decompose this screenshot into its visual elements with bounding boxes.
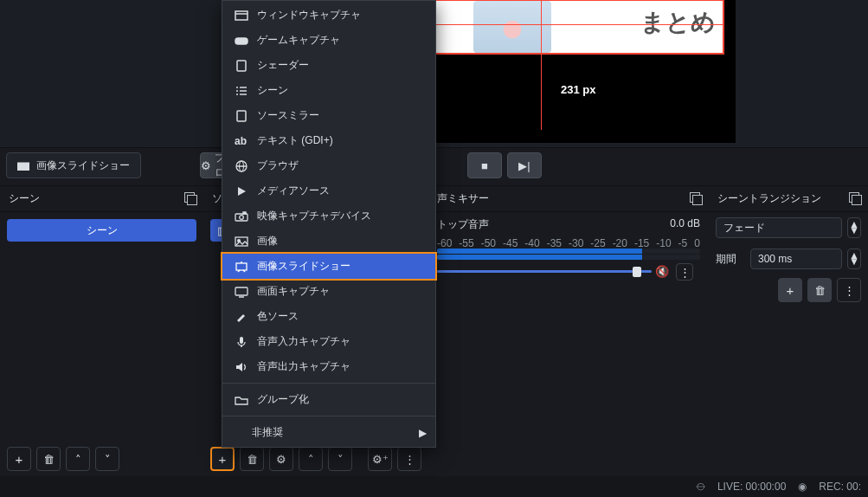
dock-icon[interactable] xyxy=(690,192,702,204)
crosshair-vertical xyxy=(541,0,542,130)
menu-item-label: 映像キャプチャデバイス xyxy=(257,209,371,223)
gear-icon: ⚙ xyxy=(201,160,211,171)
menu-item-slides[interactable]: 画像スライドショー xyxy=(222,254,435,279)
tick: -5 xyxy=(678,237,688,248)
menu-item-label: 音声出力キャプチャ xyxy=(257,359,350,374)
menu-separator xyxy=(222,383,435,384)
scene-item-label: シーン xyxy=(87,223,118,238)
transitions-header[interactable]: シーントランジション xyxy=(709,186,868,212)
source-menu-button[interactable]: ⋮ xyxy=(397,447,421,471)
volume-slider-thumb[interactable] xyxy=(633,267,641,277)
menu-item-image[interactable]: 画像 xyxy=(222,229,435,254)
svg-marker-15 xyxy=(238,187,246,196)
menu-item-monitor[interactable]: 画面キャプチャ xyxy=(222,279,435,304)
plus-icon: + xyxy=(16,453,23,466)
volume-slider[interactable] xyxy=(437,270,652,273)
plus-icon: + xyxy=(787,284,794,297)
add-source-button[interactable]: + xyxy=(210,447,235,471)
scenes-panel: シーン シーン + 🗑 ˄ ˅ xyxy=(0,185,203,476)
transition-duration-field[interactable]: 300 ms xyxy=(750,248,842,269)
source-properties-button[interactable]: ⚙ xyxy=(269,447,293,471)
audio-track-db: 0.0 dB xyxy=(670,217,700,229)
selected-source-chip[interactable]: 画像スライドショー xyxy=(6,152,141,178)
add-scene-button[interactable]: + xyxy=(7,447,31,471)
status-bar: ⦵ LIVE: 00:00:00 ◉ REC: 00: xyxy=(0,476,868,497)
delete-scene-button[interactable]: 🗑 xyxy=(36,447,61,471)
menu-item-label: ゲームキャプチャ xyxy=(257,33,340,48)
transition-delete-button[interactable]: 🗑 xyxy=(807,278,832,302)
dock-icon[interactable] xyxy=(184,192,196,204)
menu-item-globe[interactable]: ブラウザ xyxy=(222,153,435,178)
gamepad-icon xyxy=(235,35,248,47)
kebab-icon: ⋮ xyxy=(404,454,415,465)
menu-item-list[interactable]: シーン xyxy=(222,78,435,103)
image-icon xyxy=(235,236,248,248)
menu-item-doc[interactable]: シェーダー xyxy=(222,53,435,78)
mic-icon xyxy=(235,336,248,348)
menu-item-label: ウィンドウキャプチャ xyxy=(257,8,361,23)
status-rec: REC: 00: xyxy=(819,481,861,493)
window-icon xyxy=(235,10,248,22)
audio-track-menu[interactable]: ⋮ xyxy=(676,263,693,281)
gear-icon: ⚙ xyxy=(276,454,286,465)
menu-item-ab[interactable]: abテキスト (GDI+) xyxy=(222,128,435,153)
stop-button[interactable]: ■ xyxy=(467,152,502,178)
source-up-button[interactable]: ˄ xyxy=(299,447,323,471)
audio-mixer-header[interactable]: 声ミキサー xyxy=(428,186,709,212)
transition-mode-spinner[interactable]: ▲▼ xyxy=(847,217,861,238)
scenes-panel-header[interactable]: シーン xyxy=(0,186,203,212)
scene-list-item[interactable]: シーン xyxy=(7,219,196,242)
transition-duration-spinner[interactable]: ▲▼ xyxy=(847,248,861,269)
rec-icon: ◉ xyxy=(798,481,807,493)
menu-item-label: 画像 xyxy=(257,234,278,248)
menu-item-gamepad[interactable]: ゲームキャプチャ xyxy=(222,28,435,53)
menu-item-deprecated[interactable]: 非推奨▶ xyxy=(222,420,435,445)
speaker-icon xyxy=(235,361,248,373)
mute-icon[interactable]: 🔇 xyxy=(655,265,669,278)
preview-selected-source[interactable]: まとめ xyxy=(433,0,723,54)
folder-icon xyxy=(235,394,248,406)
transition-menu-button[interactable]: ⋮ xyxy=(837,278,861,302)
plus-icon: + xyxy=(219,453,227,466)
menu-item-speaker[interactable]: 音声出力キャプチャ xyxy=(222,354,435,379)
svg-rect-27 xyxy=(240,337,243,344)
scenes-panel-footer: + 🗑 ˄ ˅ xyxy=(0,442,203,476)
audio-db-ruler: -60 -55 -50 -45 -40 -35 -30 -25 -20 -15 … xyxy=(437,237,700,248)
scene-down-button[interactable]: ˅ xyxy=(95,447,119,471)
svg-rect-21 xyxy=(236,263,247,270)
menu-item-group[interactable]: グループ化 xyxy=(222,387,435,412)
menu-item-brush[interactable]: 色ソース xyxy=(222,304,435,329)
svg-rect-18 xyxy=(243,212,246,214)
stop-icon: ■ xyxy=(481,160,488,171)
menu-item-camera[interactable]: 映像キャプチャデバイス xyxy=(222,203,435,229)
source-down-button[interactable]: ˅ xyxy=(328,447,352,471)
globe-icon xyxy=(235,160,248,172)
tick: -45 xyxy=(503,237,518,248)
menu-item-label: 画像スライドショー xyxy=(257,259,350,274)
svg-rect-10 xyxy=(237,111,246,121)
delete-source-button[interactable]: 🗑 xyxy=(240,447,264,471)
add-source-context-menu[interactable]: ウィンドウキャプチャゲームキャプチャシェーダーシーンソースミラーabテキスト (… xyxy=(222,0,436,448)
chevron-down-icon: ˅ xyxy=(105,454,111,465)
preview-thumbnail-text: まとめ xyxy=(640,6,716,39)
menu-item-label: 色ソース xyxy=(257,309,299,324)
menu-item-label: シーン xyxy=(257,83,288,98)
scenes-panel-title: シーン xyxy=(9,191,40,206)
slides-icon xyxy=(235,261,248,273)
monitor-icon xyxy=(235,286,248,298)
chevron-up-icon: ˄ xyxy=(308,454,314,465)
menu-item-label: メディアソース xyxy=(257,184,330,198)
scene-up-button[interactable]: ˄ xyxy=(66,447,90,471)
menu-item-mic[interactable]: 音声入力キャプチャ xyxy=(222,329,435,354)
menu-item-play[interactable]: メディアソース xyxy=(222,178,435,203)
slides-icon xyxy=(17,160,29,171)
transition-mode-select[interactable]: フェード xyxy=(716,217,842,238)
menu-item-label: ソースミラー xyxy=(257,108,319,123)
dock-icon[interactable] xyxy=(849,192,861,204)
transition-add-button[interactable]: + xyxy=(778,278,802,302)
menu-item-window[interactable]: ウィンドウキャプチャ xyxy=(222,3,435,28)
menu-item-doc[interactable]: ソースミラー xyxy=(222,103,435,128)
next-button[interactable]: ▶| xyxy=(507,152,542,178)
selected-source-label: 画像スライドショー xyxy=(36,158,130,173)
source-advanced-button[interactable]: ⚙⁺ xyxy=(368,447,392,471)
